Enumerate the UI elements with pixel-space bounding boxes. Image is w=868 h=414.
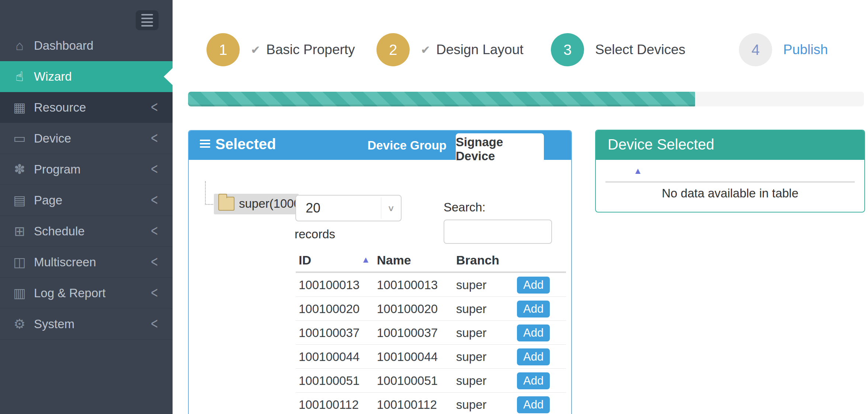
chevron-down-icon [381,197,401,219]
progress-fill [188,92,695,106]
selected-panel-body: super(100000 20 records Search: ID ▲ Nam… [189,160,571,414]
sidebar-item-label: Device [34,131,71,145]
main-content: 1 Basic Property 2 Design Layout 3 Selec… [173,0,868,414]
page-size-select[interactable]: 20 [295,195,402,221]
sidebar-item-label: Program [34,162,81,176]
sort-ascending-icon: ▲ [361,255,370,265]
bar-chart-icon [11,285,28,301]
html5-icon [11,193,28,208]
header-divider [605,181,855,183]
panel-menu-icon [200,140,210,148]
add-device-button[interactable]: Add [517,348,550,365]
sidebar-nav: Dashboard Wizard Resource < Device < Pro… [0,30,173,340]
device-table-header: ID ▲ Name Branch [296,251,566,273]
sidebar-item-label: Log & Report [34,286,105,300]
step-1-circle: 1 [206,33,240,66]
records-label: records [295,227,335,241]
sidebar: Dashboard Wizard Resource < Device < Pro… [0,0,173,414]
sidebar-item-system[interactable]: System < [0,309,173,340]
step-2-circle: 2 [376,33,410,66]
chevron-left-icon: < [151,284,158,302]
step-4-label: Publish [783,42,828,57]
device-selected-title: Device Selected [608,136,714,153]
gears-icon [11,316,28,332]
sidebar-item-label: Multiscreen [34,255,96,269]
selected-panel: Selected Device Group Signage Device sup… [188,130,572,414]
sidebar-item-log-report[interactable]: Log & Report < [0,278,173,309]
monitor-icon [11,131,28,146]
tab-signage-device[interactable]: Signage Device [456,133,544,165]
search-label: Search: [444,200,486,214]
device-selected-body: ▲ No data available in table [596,160,864,212]
cube-icon [11,255,28,270]
wizard-progress-bar [188,92,864,106]
add-device-button[interactable]: Add [517,277,550,294]
sidebar-item-schedule[interactable]: Schedule < [0,216,173,247]
sidebar-item-multiscreen[interactable]: Multiscreen < [0,247,173,278]
sidebar-collapse-button[interactable] [136,10,159,30]
step-2-label: Design Layout [436,42,524,57]
sidebar-item-label: Page [34,193,62,207]
tab-device-group[interactable]: Device Group [367,131,447,160]
selected-panel-header: Selected Device Group Signage Device [189,131,571,160]
add-device-button[interactable]: Add [517,301,550,317]
column-header-id[interactable]: ID [299,253,311,267]
chevron-left-icon: < [151,129,158,147]
wizard-step-publish[interactable]: 4 Publish [739,33,828,66]
table-row: 100100020 100100020 super Add [296,297,566,321]
sort-ascending-icon[interactable]: ▲ [633,166,642,176]
wizard-step-basic-property[interactable]: 1 Basic Property [206,33,355,66]
selected-panel-title: Selected [215,136,276,152]
device-selected-header: Device Selected [596,130,864,160]
chevron-left-icon: < [151,315,158,333]
folder-icon [218,197,235,211]
step-4-circle: 4 [739,33,772,66]
sidebar-item-device[interactable]: Device < [0,123,173,154]
sidebar-header [0,0,173,30]
table-row: 100100051 100100051 super Add [296,369,566,393]
wizard-step-select-devices[interactable]: 3 Select Devices [551,33,685,66]
search-input[interactable] [444,220,552,244]
chevron-left-icon: < [151,191,158,209]
hand-pointer-icon [11,69,28,84]
step-1-label: Basic Property [266,42,355,57]
sidebar-item-dashboard[interactable]: Dashboard [0,30,173,61]
column-header-branch[interactable]: Branch [456,253,499,267]
wizard-step-design-layout[interactable]: 2 Design Layout [376,33,524,66]
chevron-left-icon: < [151,222,158,240]
hamburger-icon [141,14,153,15]
table-row: 100100013 100100013 super Add [296,273,566,297]
sidebar-item-page[interactable]: Page < [0,185,173,216]
check-icon [251,43,260,57]
table-row: 100100037 100100037 super Add [296,321,566,345]
device-selected-panel: Device Selected ▲ No data available in t… [595,130,865,213]
sidebar-item-label: System [34,317,74,331]
check-icon [421,43,430,57]
chevron-left-icon: < [151,253,158,271]
table-row: 100100112 100100112 super Add [296,393,566,414]
device-table: ID ▲ Name Branch 100100013 100100013 sup… [296,251,566,414]
add-device-button[interactable]: Add [517,396,550,413]
sidebar-item-label: Schedule [34,224,85,238]
column-header-name[interactable]: Name [377,253,411,267]
add-device-button[interactable]: Add [517,324,550,341]
empty-table-message: No data available in table [596,186,864,200]
add-device-button[interactable]: Add [517,372,550,389]
home-icon [11,38,28,53]
sidebar-item-label: Dashboard [34,39,93,53]
step-3-circle: 3 [551,33,584,66]
table-row: 100100044 100100044 super Add [296,345,566,369]
active-item-arrow [164,68,173,85]
calendar-icon [11,224,28,239]
step-3-label: Select Devices [595,42,685,57]
sidebar-item-program[interactable]: Program < [0,154,173,185]
sidebar-item-label: Resource [34,101,86,115]
chevron-left-icon: < [151,160,158,178]
sidebar-item-label: Wizard [34,70,72,84]
sidebar-item-wizard[interactable]: Wizard [0,61,173,92]
page-size-value: 20 [306,200,320,216]
chevron-left-icon: < [151,98,158,116]
sidebar-item-resource[interactable]: Resource < [0,92,173,123]
qr-grid-icon [11,100,28,115]
paw-icon [11,162,28,177]
